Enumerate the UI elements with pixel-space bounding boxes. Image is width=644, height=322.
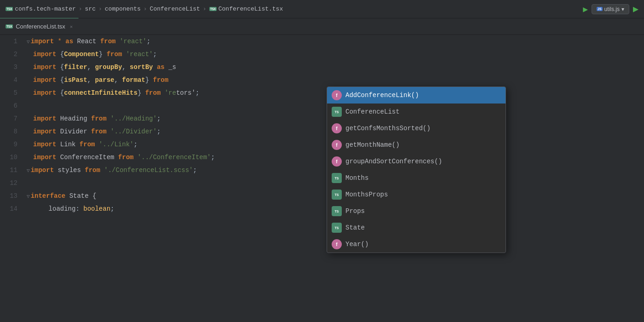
punct-14a: : bbox=[75, 205, 83, 213]
tab-close-button[interactable]: × bbox=[70, 24, 73, 29]
ac-item-5[interactable]: TS Months bbox=[327, 170, 506, 186]
line-num-13: 13 bbox=[0, 190, 17, 202]
kw-3-as: as bbox=[153, 63, 165, 71]
breadcrumb-src[interactable]: src bbox=[85, 6, 96, 12]
kw-9-from: from bbox=[80, 141, 95, 148]
punct-11: ; bbox=[193, 167, 197, 174]
tab-conferencelist[interactable]: TSX ConferenceList.tsx × bbox=[0, 18, 79, 34]
sym-1-star: * bbox=[54, 38, 65, 45]
line-num-1: 1 bbox=[0, 35, 17, 48]
id-10-conferenceitem: ConferenceItem bbox=[56, 154, 118, 161]
punct-10: ; bbox=[211, 154, 214, 161]
breadcrumb-root[interactable]: confs.tech-master bbox=[15, 6, 76, 12]
ac-icon-4: f bbox=[332, 156, 342, 167]
ac-icon-1-label: TS bbox=[335, 110, 339, 114]
punct-4c: , bbox=[114, 76, 122, 84]
punct-1: ; bbox=[147, 38, 150, 45]
ac-item-1[interactable]: TS ConferenceList bbox=[327, 104, 506, 120]
kw-3-import: import bbox=[33, 63, 56, 71]
fold-icon-13[interactable]: ▽ bbox=[27, 193, 30, 199]
line-num-2: 2 bbox=[0, 48, 17, 61]
kw-5-from: from bbox=[145, 89, 161, 97]
punct-5a: { bbox=[56, 89, 64, 97]
id-3-s: _s bbox=[165, 63, 176, 71]
ac-icon-5-label: TS bbox=[335, 177, 339, 180]
kw-11-import: import bbox=[31, 167, 54, 174]
punct-2a: { bbox=[56, 51, 64, 58]
ac-icon-0: f bbox=[332, 90, 342, 100]
punct-14b: ; bbox=[110, 205, 114, 213]
punct-4d: } bbox=[145, 76, 153, 84]
code-line-2: import { Component } from 'react' ; bbox=[27, 48, 644, 61]
tab-label: ConferenceList.tsx bbox=[16, 23, 65, 30]
id-4-ispast: isPast bbox=[64, 76, 87, 84]
ac-item-2[interactable]: f getConfsMonthsSorted() bbox=[327, 120, 506, 137]
id-8-divider: Divider bbox=[56, 128, 91, 135]
breadcrumb-conferencelist-dir[interactable]: ConferenceList bbox=[150, 6, 200, 12]
id-7-heading: Heading bbox=[56, 115, 91, 122]
kw-13-interface: interface bbox=[31, 192, 66, 200]
punct-5b: } bbox=[138, 89, 145, 97]
str-11: './ConferenceList.scss' bbox=[100, 167, 193, 174]
kw-10-import: import bbox=[33, 154, 56, 161]
breadcrumb-file[interactable]: ConferenceList.tsx bbox=[218, 6, 283, 12]
ac-icon-7: TS bbox=[332, 206, 342, 216]
fold-icon-1[interactable]: ▽ bbox=[27, 39, 30, 45]
kw-5-import: import bbox=[33, 89, 56, 97]
line-num-4: 4 bbox=[0, 74, 17, 86]
fold-icon-11[interactable]: ▽ bbox=[27, 167, 30, 173]
ac-item-0[interactable]: f AddConferenceLink() bbox=[327, 87, 506, 104]
breadcrumb-components[interactable]: components bbox=[105, 6, 141, 12]
ac-icon-8: TS bbox=[332, 223, 342, 233]
ac-label-1: ConferenceList bbox=[345, 108, 400, 115]
id-4-format: format bbox=[122, 76, 145, 84]
run-green-arrow[interactable]: ▶ bbox=[633, 3, 638, 15]
id-4-parse: parse bbox=[95, 76, 114, 84]
ac-label-5: Months bbox=[345, 174, 368, 182]
kw-10-from: from bbox=[118, 154, 134, 161]
line-num-9: 9 bbox=[0, 138, 17, 151]
ac-item-6[interactable]: TS MonthsProps bbox=[327, 186, 506, 203]
ac-item-8[interactable]: TS State bbox=[327, 219, 506, 236]
kw-2-from: from bbox=[107, 51, 122, 58]
ac-label-0: AddConferenceLink() bbox=[345, 92, 419, 99]
kw-4-import: import bbox=[33, 76, 56, 84]
tab-tsx-badge: TSX bbox=[6, 24, 13, 29]
id-2-component: Component bbox=[64, 51, 99, 58]
kw-11-from: from bbox=[85, 167, 100, 174]
punct-9: ; bbox=[133, 141, 137, 148]
ac-item-3[interactable]: f getMonthName() bbox=[327, 137, 506, 153]
ac-item-7[interactable]: TS Props bbox=[327, 203, 506, 219]
punct-4b: , bbox=[87, 76, 95, 84]
utils-label: utils.js bbox=[604, 6, 620, 12]
punct-2b: } bbox=[99, 51, 107, 58]
utils-dropdown-arrow: ▾ bbox=[621, 6, 624, 12]
code-line-3: import { filter , groupBy , sortBy as _s bbox=[27, 61, 644, 74]
breadcrumb-sep-1: › bbox=[79, 6, 82, 12]
str-8: '../Divider' bbox=[107, 128, 157, 135]
run-icon[interactable]: ▶ bbox=[583, 4, 588, 14]
ac-icon-6-label: TS bbox=[335, 193, 339, 196]
line-num-12: 12 bbox=[0, 177, 17, 190]
utils-button[interactable]: JS utils.js ▾ bbox=[592, 4, 629, 14]
ac-label-4: groupAndSortConferences() bbox=[345, 158, 442, 165]
ac-item-4[interactable]: f groupAndSortConferences() bbox=[327, 153, 506, 170]
id-3-sortby: sortBy bbox=[130, 63, 153, 71]
ac-item-9[interactable]: f Year() bbox=[327, 236, 506, 253]
id-14-loading: loading bbox=[33, 205, 75, 213]
punct-3c: , bbox=[122, 63, 130, 71]
line-num-10: 10 bbox=[0, 151, 17, 164]
line-num-8: 8 bbox=[0, 125, 17, 138]
tab-bar: TSX ConferenceList.tsx × bbox=[0, 18, 644, 35]
line-num-3: 3 bbox=[0, 61, 17, 74]
str-5: 're bbox=[161, 89, 176, 97]
str-7: '../Heading' bbox=[107, 115, 157, 122]
breadcrumb-right: ▶ JS utils.js ▾ ▶ bbox=[583, 3, 638, 15]
type-14-boolean: boolean bbox=[83, 205, 110, 213]
kw-2-import: import bbox=[33, 51, 56, 58]
punct-3b: , bbox=[87, 63, 95, 71]
code-line-4: import { isPast , parse , format } from bbox=[27, 74, 644, 86]
id-3-groupby: groupBy bbox=[95, 63, 122, 71]
breadcrumb-bar: TSX confs.tech-master › src › components… bbox=[0, 0, 644, 18]
kw-4-from: from bbox=[153, 76, 169, 84]
